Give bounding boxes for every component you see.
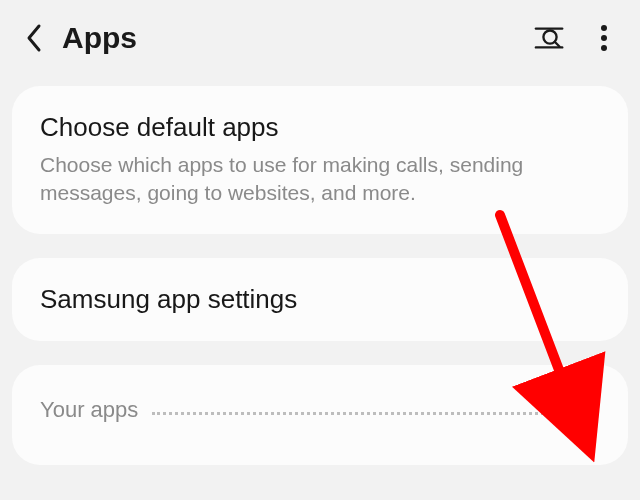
samsung-app-settings-item[interactable]: Samsung app settings: [12, 258, 628, 341]
choose-default-apps-item[interactable]: Choose default apps Choose which apps to…: [12, 86, 628, 234]
svg-point-5: [601, 35, 607, 41]
item-title: Choose default apps: [40, 112, 600, 143]
svg-point-6: [601, 45, 607, 51]
header-actions: [534, 22, 620, 54]
item-title: Samsung app settings: [40, 284, 600, 315]
divider-dots: [152, 412, 556, 415]
your-apps-section: Your apps: [12, 365, 628, 465]
sort-button[interactable]: [570, 395, 600, 425]
more-options-button[interactable]: [588, 22, 620, 54]
header: Apps: [0, 0, 640, 76]
svg-point-4: [601, 25, 607, 31]
search-button[interactable]: [534, 22, 566, 54]
back-button[interactable]: [14, 18, 54, 58]
svg-line-3: [555, 42, 560, 47]
more-vertical-icon: [600, 24, 608, 52]
section-label: Your apps: [40, 397, 138, 423]
item-description: Choose which apps to use for making call…: [40, 151, 600, 208]
list-search-icon: [534, 23, 566, 53]
page-title: Apps: [62, 21, 534, 55]
chevron-left-icon: [25, 23, 43, 53]
sort-icon: [571, 398, 599, 422]
